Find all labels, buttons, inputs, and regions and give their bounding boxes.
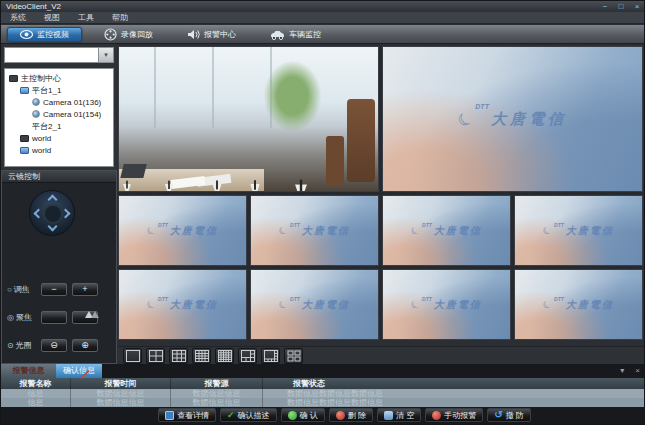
col-alarm-time: 报警时间 — [71, 378, 171, 389]
focus-near-button[interactable] — [41, 311, 67, 324]
video-cell-placeholder[interactable]: ☾DTT大唐電信 — [514, 195, 643, 266]
close-icon[interactable]: × — [635, 365, 640, 377]
menu-system[interactable]: 系统 — [1, 12, 35, 24]
datang-watermark: ☾DTT大唐電信 — [251, 270, 378, 339]
ptz-left-icon[interactable] — [34, 209, 44, 219]
iris-icon: ⊙ — [7, 341, 14, 350]
zoom-in-button[interactable]: + — [72, 283, 98, 296]
crescent-logo-icon: ☾ — [409, 298, 422, 311]
crescent-logo-icon: ☾ — [409, 224, 422, 237]
live-video-cell[interactable] — [118, 46, 379, 192]
layout-4-button[interactable] — [146, 348, 165, 364]
ptz-center-icon[interactable] — [43, 204, 63, 224]
col-alarm-name: 报警名称 — [1, 378, 71, 389]
check-icon: ✓ — [227, 411, 235, 420]
tab-alarm-info[interactable]: 报警信息 — [1, 364, 56, 378]
video-cell-placeholder[interactable]: ☾DTT大唐電信 — [118, 195, 247, 266]
layout-8-one-big-button[interactable] — [261, 348, 280, 364]
confirm-description-button[interactable]: ✓确认描述 — [220, 408, 277, 422]
menu-tools[interactable]: 工具 — [69, 12, 103, 24]
ptz-panel: 云镜控制 ○调焦 − + ◎聚焦 ⊙光圈 ⊖ ⊕ ☼灯光 — [1, 170, 117, 364]
menu-help[interactable]: 帮助 — [103, 12, 137, 24]
alarm-table-header: 报警名称 报警时间 报警源 报警状态 — [1, 378, 645, 389]
tab-live-video[interactable]: 监控视频 — [7, 27, 82, 42]
datang-watermark: ☾DTT大唐電信 — [383, 196, 510, 265]
tree-node-camera-154[interactable]: Camera 01(154) — [5, 108, 113, 120]
layout-16-button[interactable] — [192, 348, 211, 364]
alarm-panel: 报警信息 确认信息 ▾ × 报警名称 报警时间 报警源 报警状态 信息 数据信息… — [1, 364, 645, 425]
datang-watermark: ☾DTT大唐電信 — [251, 196, 378, 265]
delete-dot-icon — [336, 411, 345, 420]
tab-confirm-info[interactable]: 确认信息 — [56, 364, 102, 378]
monitor-blue-icon — [20, 147, 29, 154]
zoom-icon: ○ — [7, 285, 12, 294]
iris-close-button[interactable]: ⊖ — [41, 339, 67, 352]
datang-watermark: ☾DTT大唐電信 — [383, 270, 510, 339]
maximize-icon[interactable]: □ — [616, 1, 626, 12]
crescent-logo-icon: ☾ — [145, 298, 158, 311]
video-cell-placeholder[interactable]: ☾DTT大唐電信 — [382, 195, 511, 266]
table-row[interactable]: 信息 数据信息信息 数据信息信息 数据信息数据信息数据信息 — [1, 389, 645, 398]
tree-node-control-center[interactable]: 主控制中心 — [5, 72, 113, 84]
tree-node-platform2[interactable]: 平台2_1 — [5, 120, 113, 132]
alarm-tab-bar: 报警信息 确认信息 — [1, 364, 645, 378]
minimize-icon[interactable]: − — [600, 1, 610, 12]
table-row[interactable]: 信息 数据信息信息 数据信息信息 数据信息数据信息数据信息 — [1, 398, 645, 407]
ptz-dpad[interactable] — [29, 190, 75, 236]
layout-1-button[interactable] — [123, 348, 142, 364]
clear-icon — [384, 411, 393, 420]
tree-node-world-1[interactable]: world — [5, 132, 113, 144]
tab-label: 监控视频 — [37, 29, 69, 40]
layout-25-button[interactable] — [215, 348, 234, 364]
video-cell-placeholder[interactable]: ☾DTT大唐電信 — [382, 269, 511, 340]
alarm-table: 报警名称 报警时间 报警源 报警状态 信息 数据信息信息 数据信息信息 数据信息… — [1, 378, 645, 407]
collapse-icon[interactable]: ▾ — [620, 365, 624, 377]
tab-vehicle-monitor[interactable]: 车辆监控 — [258, 27, 333, 42]
tab-label: 车辆监控 — [289, 29, 321, 40]
delete-button[interactable]: 删 除 — [329, 408, 373, 422]
tree-node-world-2[interactable]: world — [5, 144, 113, 156]
ptz-iris-row: ⊙光圈 ⊖ ⊕ — [7, 338, 113, 353]
datang-watermark: ☾DTT大唐電信 — [383, 47, 642, 191]
video-cell-placeholder[interactable]: ☾DTT大唐電信 — [514, 269, 643, 340]
device-filter-combobox[interactable]: ▾ — [4, 47, 114, 63]
tab-label: 录像回放 — [121, 29, 153, 40]
video-cell-placeholder[interactable]: ☾DTT大唐電信 — [250, 195, 379, 266]
layout-9-button[interactable] — [169, 348, 188, 364]
tree-node-camera-136[interactable]: Camera 01(136) — [5, 96, 113, 108]
manual-alarm-button[interactable]: 手动报警 — [425, 408, 483, 422]
confirm-dot-icon — [288, 411, 297, 420]
tab-alarm-center[interactable]: 报警中心 — [175, 27, 248, 42]
combo-value — [5, 48, 98, 62]
video-cell-placeholder[interactable]: ☾DTT大唐電信 — [118, 269, 247, 340]
datang-watermark: ☾DTT大唐電信 — [119, 270, 246, 339]
film-reel-icon — [104, 28, 117, 41]
view-detail-button[interactable]: 查看详情 — [158, 408, 216, 422]
alarm-panel-controls: ▾ × — [620, 365, 640, 377]
layout-button-bar — [118, 346, 645, 364]
chevron-down-icon[interactable]: ▾ — [98, 48, 113, 62]
manual-alarm-icon — [432, 411, 441, 420]
tab-playback[interactable]: 录像回放 — [92, 27, 165, 42]
tree-node-platform1[interactable]: 平台1_1 — [5, 84, 113, 96]
eye-icon — [20, 29, 33, 40]
focus-far-button[interactable] — [72, 311, 98, 324]
crescent-logo-icon: ☾ — [541, 298, 554, 311]
layout-6-one-big-button[interactable] — [238, 348, 257, 364]
confirm-button[interactable]: 确 认 — [281, 408, 325, 422]
menu-view[interactable]: 视图 — [35, 12, 69, 24]
disarm-button[interactable]: ↺撤 防 — [487, 408, 531, 422]
left-sidebar: ▾ 主控制中心 平台1_1 Camera 01(136) Camera 01(1… — [1, 44, 117, 364]
layout-quad-split-button[interactable] — [284, 348, 303, 364]
zoom-out-button[interactable]: − — [41, 283, 67, 296]
video-wall: ☾DTT大唐電信 ☾DTT大唐電信 ☾DTT大唐電信 ☾DTT大唐電信 ☾DTT… — [118, 46, 643, 340]
close-icon[interactable]: × — [632, 1, 642, 12]
ptz-panel-title: 云镜控制 — [2, 171, 116, 183]
video-cell-placeholder[interactable]: ☾DTT大唐電信 — [250, 269, 379, 340]
clear-button[interactable]: 清 空 — [377, 408, 421, 422]
video-cell-placeholder[interactable]: ☾DTT大唐電信 — [382, 46, 643, 192]
iris-open-button[interactable]: ⊕ — [72, 339, 98, 352]
disarm-arrow-icon: ↺ — [494, 410, 502, 420]
menu-bar: 系统 视图 工具 帮助 — [1, 12, 645, 24]
ptz-up-icon[interactable] — [48, 195, 58, 205]
